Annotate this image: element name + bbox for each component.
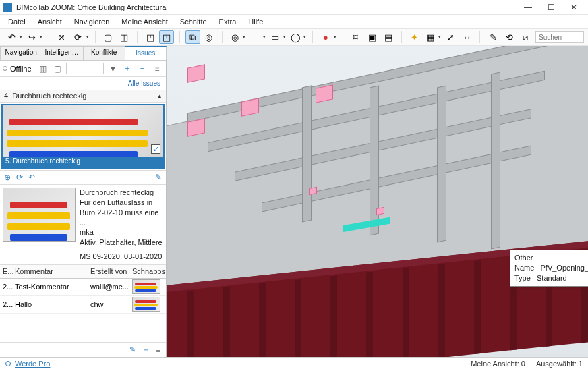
connection-status[interactable]: Offline <box>3 65 32 73</box>
edit-icon[interactable]: ✎ <box>155 173 162 182</box>
filter-button[interactable]: ⧉ <box>185 30 200 44</box>
color-dd[interactable]: ▾ <box>333 34 337 40</box>
eye-button[interactable]: ◎ <box>202 30 216 44</box>
style-dash-button[interactable]: — <box>247 30 262 44</box>
close-button[interactable]: ✕ <box>562 1 585 14</box>
ruler-button[interactable]: ↔ <box>459 30 474 44</box>
cam2-icon: ▣ <box>368 33 376 42</box>
footer-edit-icon[interactable]: ✎ <box>129 345 136 354</box>
filter-icon: ⧉ <box>189 33 196 42</box>
cam1-button[interactable]: ⌑ <box>349 30 363 44</box>
pick-button[interactable]: ⤢ <box>443 30 458 44</box>
tab-smartviews[interactable]: Intelligente Ansi… <box>42 46 84 60</box>
color-button[interactable]: ● <box>318 30 333 44</box>
issue-menu-button[interactable]: ≡ <box>151 63 163 75</box>
cam3-button[interactable]: ▤ <box>381 30 396 44</box>
status-selected-count: Ausgewählt: 1 <box>536 360 583 368</box>
redo-dropdown[interactable]: ▾ <box>39 34 43 40</box>
star-icon: ✦ <box>411 33 418 42</box>
vis-dd[interactable]: ▾ <box>242 34 246 40</box>
issue-prev-title: 4. Durchbruch rechteckig <box>4 92 86 101</box>
view-list-button[interactable]: ▥ <box>37 63 49 75</box>
nav-button[interactable]: ⤧ <box>55 30 69 44</box>
minimize-button[interactable]: — <box>517 1 539 14</box>
cam2-button[interactable]: ▣ <box>365 30 380 44</box>
issue-checkbox[interactable]: ✓ <box>151 144 160 154</box>
tab-navigation[interactable]: Navigation <box>0 46 42 60</box>
cell-author: walli@me... <box>90 283 132 291</box>
maximize-button[interactable]: ☐ <box>539 1 562 14</box>
cell-idx: 2... <box>3 300 15 308</box>
grid-dd[interactable]: ▾ <box>438 34 442 40</box>
tab-issues[interactable]: Issues <box>125 46 167 60</box>
t2-button[interactable]: ⟲ <box>502 30 517 44</box>
col-idx[interactable]: E... <box>3 267 15 275</box>
col-snap[interactable]: Schnapps... <box>132 267 163 275</box>
undo-dropdown[interactable]: ▾ <box>19 34 23 40</box>
footer-menu-icon[interactable]: ≡ <box>156 346 160 354</box>
viewport-3d[interactable]: Other Name PfV_Opening_Rect:Standard:176… <box>167 46 588 357</box>
orbit-dropdown[interactable]: ▾ <box>86 34 90 40</box>
tooltip-l1: Other <box>514 253 588 263</box>
table-row[interactable]: 2... Hallo chw <box>0 296 166 314</box>
t3-button[interactable]: ⧄ <box>518 30 533 44</box>
cell-snap[interactable] <box>132 297 160 312</box>
issue-filter-button[interactable]: ▼ <box>107 63 119 75</box>
dash-dd[interactable]: ▾ <box>262 34 266 40</box>
side-panel: Navigation Intelligente Ansi… Konflikte … <box>0 46 167 357</box>
tab-clashes[interactable]: Konflikte <box>83 46 125 60</box>
rect-dd[interactable]: ▾ <box>283 34 287 40</box>
star-button[interactable]: ✦ <box>407 30 421 44</box>
comment-table: E... Kommentar Erstellt von Schnapps... … <box>0 265 166 342</box>
main: Navigation Intelligente Ansi… Konflikte … <box>0 46 588 357</box>
eye-icon: ◎ <box>205 33 212 42</box>
menu-meine-ansicht[interactable]: Meine Ansicht <box>116 16 173 27</box>
col-comment[interactable]: Kommentar <box>15 267 90 275</box>
footer-add-icon[interactable]: ＋ <box>142 345 150 355</box>
view-grid-button[interactable]: ▢ <box>52 63 64 75</box>
menu-ansicht[interactable]: Ansicht <box>32 16 67 27</box>
col-author[interactable]: Erstellt von <box>90 267 132 275</box>
window-title: BIMcollab ZOOM: Office Building Architec… <box>16 3 517 11</box>
grid-button[interactable]: ▦ <box>423 30 438 44</box>
menu-datei[interactable]: Datei <box>3 16 31 27</box>
zoom-reset-icon[interactable]: ⟳ <box>16 173 23 182</box>
filter-line[interactable]: Alle Issues <box>0 77 166 90</box>
ruler-icon: ↔ <box>463 33 471 42</box>
style-rect-button[interactable]: ▭ <box>268 30 283 44</box>
cube-icon: ▢ <box>104 33 112 42</box>
vis-button[interactable]: ◎ <box>227 30 242 44</box>
add-issue-button[interactable]: ＋ <box>121 63 134 75</box>
status-label: Offline <box>10 65 32 73</box>
issue-prev-header[interactable]: 4. Durchbruch rechteckig ▴ <box>0 90 166 103</box>
circ-dd[interactable]: ▾ <box>303 34 307 40</box>
issue-search-input[interactable] <box>66 63 104 74</box>
table-row[interactable]: 2... Test-Kommentar walli@me... <box>0 279 166 296</box>
remove-issue-button[interactable]: － <box>136 63 148 75</box>
menu-navigieren[interactable]: Navigieren <box>69 16 115 27</box>
issue-card-selected[interactable]: ✓ 5. Durchbruch rechteckig <box>1 104 165 169</box>
style-circ-button[interactable]: ◯ <box>288 30 303 44</box>
view-wire-button[interactable]: ◰ <box>159 30 174 44</box>
statusbar: Werde Pro Meine Ansicht: 0 Ausgewählt: 1 <box>0 357 588 369</box>
menu-hilfe[interactable]: Hilfe <box>243 16 268 27</box>
t1-icon: ✎ <box>490 33 497 42</box>
cell-snap[interactable] <box>132 279 160 294</box>
detail-thumb[interactable] <box>3 188 76 242</box>
t1-button[interactable]: ✎ <box>486 30 500 44</box>
prev-icon[interactable]: ↶ <box>28 173 35 182</box>
redo-button[interactable]: ↪ <box>24 30 39 44</box>
undo-button[interactable]: ↶ <box>4 30 19 44</box>
section2-button[interactable]: ◫ <box>117 30 131 44</box>
detail-date: MS 09-2020, 03-01-2020 <box>80 252 163 262</box>
menu-schnitte[interactable]: Schnitte <box>175 16 212 27</box>
orbit-button[interactable]: ⟳ <box>71 30 86 44</box>
search-input[interactable] <box>535 31 584 43</box>
menu-extra[interactable]: Extra <box>214 16 242 27</box>
cam3-icon: ▤ <box>384 33 392 42</box>
cell-text: Hallo <box>15 300 90 308</box>
view-iso-button[interactable]: ◳ <box>143 30 158 44</box>
upgrade-link[interactable]: Werde Pro <box>15 360 50 368</box>
zoom-in-icon[interactable]: ⊕ <box>4 173 11 182</box>
section1-button[interactable]: ▢ <box>100 30 115 44</box>
